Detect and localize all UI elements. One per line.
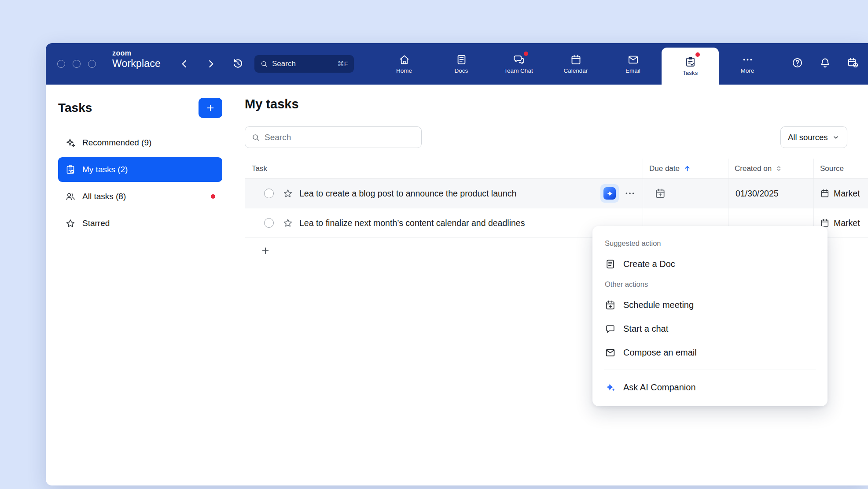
plus-icon bbox=[206, 103, 215, 113]
star-icon[interactable] bbox=[283, 218, 293, 228]
back-chevron-icon[interactable] bbox=[179, 58, 190, 70]
topnav-home[interactable]: Home bbox=[375, 43, 433, 85]
window-controls bbox=[57, 60, 96, 68]
window-maximize-button[interactable] bbox=[88, 60, 96, 68]
schedule-calendar-icon[interactable] bbox=[847, 57, 859, 69]
topbar: zoom Workplace Search ⌘F bbox=[46, 43, 868, 85]
zoom-workplace-logo: zoom Workplace bbox=[112, 50, 161, 69]
sparkle-icon bbox=[65, 137, 76, 148]
topnav-tasks[interactable]: Tasks bbox=[662, 48, 719, 85]
sidebar-title: Tasks bbox=[58, 101, 92, 115]
toolbar: All sources bbox=[245, 126, 868, 148]
people-icon bbox=[65, 191, 76, 202]
task-search-input[interactable] bbox=[265, 133, 415, 142]
sort-both-icon[interactable] bbox=[775, 165, 783, 172]
add-task-button[interactable] bbox=[261, 246, 270, 256]
other-actions-label: Other actions bbox=[592, 276, 828, 293]
notifications-bell-icon[interactable] bbox=[819, 57, 831, 69]
star-icon bbox=[65, 218, 76, 229]
menu-item-schedule-meeting[interactable]: Schedule meeting bbox=[592, 293, 828, 317]
column-header-task: Task bbox=[245, 159, 643, 178]
tasks-sidebar: Tasks Recommended (9) bbox=[46, 85, 234, 485]
ai-companion-button[interactable] bbox=[600, 184, 619, 203]
topbar-utilities bbox=[791, 57, 859, 69]
search-shortcut: ⌘F bbox=[338, 60, 348, 68]
global-search-button[interactable]: Search ⌘F bbox=[254, 55, 354, 73]
topnav-email[interactable]: Email bbox=[604, 43, 662, 85]
menu-item-compose-email[interactable]: Compose an email bbox=[592, 341, 828, 364]
clipboard-check-icon bbox=[65, 164, 76, 175]
row-actions bbox=[600, 184, 643, 203]
sidebar-item-label: My tasks (2) bbox=[82, 165, 128, 174]
sidebar-item-recommended[interactable]: Recommended (9) bbox=[58, 130, 222, 155]
sources-filter-dropdown[interactable]: All sources bbox=[780, 126, 847, 148]
task-title: Lea to create a blog post to announce th… bbox=[299, 189, 516, 199]
table-header-row: Task Due date Created on bbox=[245, 159, 868, 179]
topnav-more[interactable]: More bbox=[719, 43, 776, 85]
new-task-button[interactable] bbox=[199, 98, 222, 118]
window-minimize-button[interactable] bbox=[73, 60, 81, 68]
docs-icon bbox=[456, 54, 467, 66]
chevron-down-icon bbox=[832, 133, 840, 141]
calendar-source-icon bbox=[820, 189, 830, 198]
window-close-button[interactable] bbox=[57, 60, 65, 68]
logo-workplace-text: Workplace bbox=[112, 59, 161, 69]
email-icon bbox=[627, 54, 639, 66]
team-chat-badge bbox=[524, 52, 528, 56]
source-label: Market bbox=[834, 189, 860, 199]
add-due-date-button[interactable] bbox=[655, 188, 666, 199]
menu-item-create-doc[interactable]: Create a Doc bbox=[592, 252, 828, 276]
page-title: My tasks bbox=[245, 97, 868, 111]
menu-item-ask-ai-companion[interactable]: Ask AI Companion bbox=[592, 375, 828, 399]
topnav-team-chat[interactable]: Team Chat bbox=[490, 43, 547, 85]
tasks-badge bbox=[695, 52, 700, 57]
star-icon[interactable] bbox=[283, 188, 293, 199]
calendar-plus-icon bbox=[605, 300, 616, 311]
source-label: Market bbox=[834, 218, 860, 228]
ai-sparkle-icon bbox=[603, 187, 616, 200]
column-header-created-on[interactable]: Created on bbox=[728, 159, 813, 178]
tasks-icon bbox=[684, 56, 696, 68]
app-window: zoom Workplace Search ⌘F bbox=[46, 43, 868, 485]
suggested-actions-popover: Suggested action Create a Doc Other acti… bbox=[592, 226, 828, 406]
team-chat-icon bbox=[513, 54, 525, 66]
menu-divider bbox=[604, 370, 816, 370]
mail-icon bbox=[605, 347, 616, 358]
sidebar-item-label: Starred bbox=[82, 219, 110, 228]
search-icon bbox=[260, 60, 268, 68]
forward-chevron-icon[interactable] bbox=[205, 58, 217, 70]
column-header-source: Source bbox=[813, 159, 868, 178]
sort-ascending-icon[interactable] bbox=[683, 164, 691, 173]
help-icon[interactable] bbox=[791, 57, 803, 69]
search-label: Search bbox=[272, 59, 296, 68]
sources-filter-value: All sources bbox=[788, 133, 828, 142]
doc-icon bbox=[605, 259, 616, 270]
calendar-icon bbox=[570, 54, 582, 66]
chat-icon bbox=[605, 323, 616, 334]
sidebar-item-starred[interactable]: Starred bbox=[58, 211, 222, 236]
topnav-docs[interactable]: Docs bbox=[433, 43, 490, 85]
sidebar-item-label: All tasks (8) bbox=[82, 192, 126, 201]
topnav-calendar[interactable]: Calendar bbox=[547, 43, 604, 85]
home-icon bbox=[398, 54, 410, 66]
search-icon bbox=[251, 133, 260, 142]
column-header-due-date[interactable]: Due date bbox=[643, 159, 728, 178]
task-complete-checkbox[interactable] bbox=[264, 218, 274, 228]
task-row[interactable]: Lea to create a blog post to announce th… bbox=[245, 179, 868, 208]
sidebar-item-my-tasks[interactable]: My tasks (2) bbox=[58, 157, 222, 182]
ai-companion-icon bbox=[605, 382, 616, 393]
suggested-action-label: Suggested action bbox=[592, 235, 828, 252]
history-icon[interactable] bbox=[232, 58, 244, 70]
menu-item-start-chat[interactable]: Start a chat bbox=[592, 317, 828, 341]
task-search-box bbox=[245, 126, 422, 148]
task-complete-checkbox[interactable] bbox=[264, 189, 274, 198]
more-actions-button[interactable] bbox=[624, 188, 636, 199]
primary-navigation: Home Docs Team Chat Calendar bbox=[375, 43, 776, 85]
more-icon bbox=[742, 54, 754, 66]
sidebar-list: Recommended (9) My tasks (2) All tasks (… bbox=[58, 130, 222, 236]
sidebar-item-label: Recommended (9) bbox=[82, 138, 151, 148]
all-tasks-badge bbox=[211, 194, 215, 199]
logo-zoom-text: zoom bbox=[112, 50, 161, 57]
sidebar-item-all-tasks[interactable]: All tasks (8) bbox=[58, 184, 222, 209]
task-title: Lea to finalize next month’s content cal… bbox=[299, 218, 525, 228]
